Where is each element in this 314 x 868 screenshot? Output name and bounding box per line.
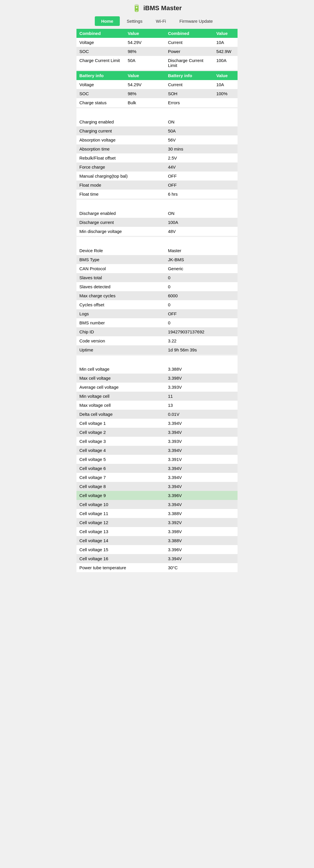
table-cell: 10A bbox=[213, 38, 238, 47]
table-row: Uptime1d 9h 56m 39s bbox=[76, 345, 238, 354]
row-value: 30 mins bbox=[165, 145, 238, 153]
battery-info-header-2: Value bbox=[125, 71, 165, 80]
table-row: Cycles offset0 bbox=[76, 300, 238, 309]
table-row: CAN ProtocolGeneric bbox=[76, 264, 238, 273]
row-label: Slaves total bbox=[76, 273, 165, 282]
row-label: Logs bbox=[76, 309, 165, 318]
table-row: Force charge44V bbox=[76, 162, 238, 172]
table-row: Float time6 hrs bbox=[76, 190, 238, 198]
table-cell: 100A bbox=[213, 56, 238, 70]
row-value: 3.394V bbox=[165, 446, 238, 455]
row-value: 3.388V bbox=[165, 536, 238, 545]
table-cell: Charge status bbox=[76, 98, 125, 107]
row-label: Absorption time bbox=[76, 145, 165, 153]
row-value: 3.394V bbox=[165, 500, 238, 509]
row-label: Float mode bbox=[76, 181, 165, 190]
row-value: 3.388V bbox=[165, 365, 238, 374]
table-row: Cell voltage 103.394V bbox=[76, 500, 238, 509]
row-label: Cell voltage 10 bbox=[76, 500, 165, 509]
table-row: Max voltage cell13 bbox=[76, 401, 238, 410]
table-row: Absorption voltage56V bbox=[76, 135, 238, 145]
row-value: 3.398V bbox=[165, 374, 238, 382]
table-cell: SOC bbox=[76, 47, 125, 56]
row-label: Chip ID bbox=[76, 327, 165, 336]
row-value: 3.396V bbox=[165, 545, 238, 554]
table-row: Code version3.22 bbox=[76, 336, 238, 345]
row-value: 3.392V bbox=[165, 518, 238, 527]
table-cell: Voltage bbox=[76, 80, 125, 89]
battery-info-header-3: Battery info bbox=[165, 71, 213, 80]
row-label: Slaves detected bbox=[76, 282, 165, 291]
bms-info-table: BMS information Value Min cell voltage3.… bbox=[76, 355, 238, 572]
row-label: Max cell voltage bbox=[76, 374, 165, 382]
table-row: Chip ID194279037137692 bbox=[76, 327, 238, 336]
row-label: Min discharge voltage bbox=[76, 227, 165, 236]
row-label: Cell voltage 12 bbox=[76, 518, 165, 527]
table-row: Cell voltage 63.394V bbox=[76, 464, 238, 473]
battery-info-body: Voltage54.29VCurrent10ASOC98%SOH100%Char… bbox=[76, 80, 238, 107]
charge-settings-value-label: Value bbox=[165, 108, 238, 117]
row-value: 1d 9h 56m 39s bbox=[165, 345, 238, 354]
row-value: 0 bbox=[165, 282, 238, 291]
charge-settings-label: Charge settings bbox=[76, 108, 165, 117]
table-row: Cell voltage 153.396V bbox=[76, 545, 238, 554]
row-label: Uptime bbox=[76, 345, 165, 354]
row-value: 56V bbox=[165, 135, 238, 145]
row-label: Cell voltage 13 bbox=[76, 527, 165, 536]
row-label: Cell voltage 5 bbox=[76, 455, 165, 464]
row-value: JK-BMS bbox=[165, 255, 238, 264]
discharge-settings-header: Dischage settings Value bbox=[76, 200, 238, 209]
table-row: Manual charging(top bal)OFF bbox=[76, 172, 238, 181]
charge-settings-table: Charge settings Value Charging enabledON… bbox=[76, 108, 238, 198]
table-row: Min cell voltage3.388V bbox=[76, 365, 238, 374]
bms-info-value-label: Value bbox=[165, 355, 238, 365]
row-label: BMS number bbox=[76, 318, 165, 327]
row-value: 11 bbox=[165, 392, 238, 401]
table-row: Max charge cycles6000 bbox=[76, 291, 238, 300]
app-header: 🔋 iBMS Master bbox=[74, 0, 240, 14]
row-label: Cell voltage 1 bbox=[76, 419, 165, 428]
row-value: 50A bbox=[165, 126, 238, 135]
row-label: Power tube temperature bbox=[76, 563, 165, 572]
table-cell: SOH bbox=[165, 89, 213, 98]
table-row: BMS number0 bbox=[76, 318, 238, 327]
nav-firmware[interactable]: Firmware Update bbox=[173, 16, 219, 26]
row-label: Cell voltage 8 bbox=[76, 482, 165, 491]
combined-header-2: Value bbox=[125, 29, 165, 38]
row-value: 0 bbox=[165, 318, 238, 327]
row-label: Max voltage cell bbox=[76, 401, 165, 410]
row-label: Discharge current bbox=[76, 218, 165, 227]
row-value: 13 bbox=[165, 401, 238, 410]
battery-info-header-row: Battery info Value Battery info Value bbox=[76, 71, 238, 80]
table-row: Voltage54.29VCurrent10A bbox=[76, 38, 238, 47]
table-row: Cell voltage 13.394V bbox=[76, 419, 238, 428]
table-cell: Current bbox=[165, 38, 213, 47]
table-cell: Power bbox=[165, 47, 213, 56]
row-value: 6000 bbox=[165, 291, 238, 300]
table-cell: 54.29V bbox=[125, 80, 165, 89]
table-cell bbox=[213, 98, 238, 107]
row-value: 48V bbox=[165, 227, 238, 236]
nav-settings[interactable]: Settings bbox=[120, 16, 149, 26]
row-value: 0 bbox=[165, 273, 238, 282]
general-settings-label: General settings bbox=[76, 237, 165, 246]
table-row: Cell voltage 83.394V bbox=[76, 482, 238, 491]
general-settings-value-label: Value bbox=[165, 237, 238, 246]
table-row: Average cell voltage3.393V bbox=[76, 382, 238, 392]
row-value: 100A bbox=[165, 218, 238, 227]
combined-header-row: Combined Value Combined Value bbox=[76, 29, 238, 38]
table-cell: 100% bbox=[213, 89, 238, 98]
combined-table: Combined Value Combined Value Voltage54.… bbox=[76, 29, 238, 70]
nav-wifi[interactable]: Wi-Fi bbox=[149, 16, 172, 26]
nav-home[interactable]: Home bbox=[95, 16, 120, 26]
charge-settings-body: Charging enabledONCharging current50AAbs… bbox=[76, 117, 238, 198]
row-value: OFF bbox=[165, 181, 238, 190]
app-title-text: iBMS Master bbox=[143, 4, 182, 12]
table-row: Cell voltage 123.392V bbox=[76, 518, 238, 527]
table-cell: 10A bbox=[213, 80, 238, 89]
table-row: Discharge enabledON bbox=[76, 209, 238, 218]
row-value: 3.398V bbox=[165, 527, 238, 536]
table-row: Cell voltage 93.396V bbox=[76, 491, 238, 500]
row-label: Cell voltage 9 bbox=[76, 491, 165, 500]
combined-header-3: Combined bbox=[165, 29, 213, 38]
